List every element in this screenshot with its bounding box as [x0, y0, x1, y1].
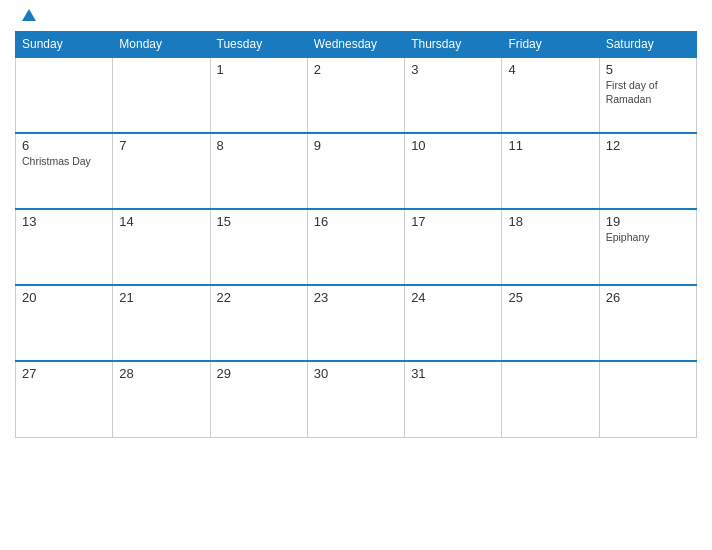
day-cell: 27 — [16, 361, 113, 437]
day-number: 16 — [314, 214, 398, 229]
day-cell: 21 — [113, 285, 210, 361]
day-number: 26 — [606, 290, 690, 305]
logo-general — [20, 10, 36, 23]
calendar-wrapper: SundayMondayTuesdayWednesdayThursdayFrid… — [0, 0, 712, 550]
day-number: 15 — [217, 214, 301, 229]
day-cell: 18 — [502, 209, 599, 285]
day-number: 9 — [314, 138, 398, 153]
day-number: 22 — [217, 290, 301, 305]
day-number: 29 — [217, 366, 301, 381]
day-cell: 19Epiphany — [599, 209, 696, 285]
calendar-thead: SundayMondayTuesdayWednesdayThursdayFrid… — [16, 32, 697, 58]
day-number: 25 — [508, 290, 592, 305]
day-number: 21 — [119, 290, 203, 305]
day-cell: 15 — [210, 209, 307, 285]
weekday-header-monday: Monday — [113, 32, 210, 58]
day-number: 27 — [22, 366, 106, 381]
day-cell: 17 — [405, 209, 502, 285]
day-cell: 8 — [210, 133, 307, 209]
day-cell — [113, 57, 210, 133]
weekday-header-tuesday: Tuesday — [210, 32, 307, 58]
day-cell — [502, 361, 599, 437]
week-row-2: 13141516171819Epiphany — [16, 209, 697, 285]
day-number: 14 — [119, 214, 203, 229]
day-event: Christmas Day — [22, 155, 106, 169]
day-cell: 12 — [599, 133, 696, 209]
day-number: 5 — [606, 62, 690, 77]
day-cell: 4 — [502, 57, 599, 133]
day-number: 13 — [22, 214, 106, 229]
day-number: 28 — [119, 366, 203, 381]
day-number: 1 — [217, 62, 301, 77]
day-number: 7 — [119, 138, 203, 153]
day-cell: 11 — [502, 133, 599, 209]
day-number: 31 — [411, 366, 495, 381]
day-cell: 16 — [307, 209, 404, 285]
weekday-header-friday: Friday — [502, 32, 599, 58]
weekday-header-saturday: Saturday — [599, 32, 696, 58]
day-event: First day of Ramadan — [606, 79, 690, 106]
day-number: 23 — [314, 290, 398, 305]
calendar-table: SundayMondayTuesdayWednesdayThursdayFrid… — [15, 31, 697, 438]
day-cell: 14 — [113, 209, 210, 285]
day-cell: 5First day of Ramadan — [599, 57, 696, 133]
week-row-1: 6Christmas Day789101112 — [16, 133, 697, 209]
day-cell: 24 — [405, 285, 502, 361]
weekday-header-row: SundayMondayTuesdayWednesdayThursdayFrid… — [16, 32, 697, 58]
day-number: 10 — [411, 138, 495, 153]
day-number: 6 — [22, 138, 106, 153]
day-cell: 13 — [16, 209, 113, 285]
day-number: 20 — [22, 290, 106, 305]
day-cell: 2 — [307, 57, 404, 133]
day-number: 19 — [606, 214, 690, 229]
day-cell: 1 — [210, 57, 307, 133]
day-cell: 28 — [113, 361, 210, 437]
day-cell: 26 — [599, 285, 696, 361]
day-number: 24 — [411, 290, 495, 305]
day-number: 12 — [606, 138, 690, 153]
day-cell: 6Christmas Day — [16, 133, 113, 209]
logo-triangle-icon — [22, 9, 36, 21]
day-cell: 23 — [307, 285, 404, 361]
day-event: Epiphany — [606, 231, 690, 245]
day-number: 30 — [314, 366, 398, 381]
day-cell: 22 — [210, 285, 307, 361]
calendar-tbody: 12345First day of Ramadan6Christmas Day7… — [16, 57, 697, 437]
day-number: 3 — [411, 62, 495, 77]
weekday-header-wednesday: Wednesday — [307, 32, 404, 58]
day-cell: 30 — [307, 361, 404, 437]
day-cell: 9 — [307, 133, 404, 209]
day-cell — [599, 361, 696, 437]
day-number: 11 — [508, 138, 592, 153]
day-cell: 31 — [405, 361, 502, 437]
day-cell: 25 — [502, 285, 599, 361]
week-row-3: 20212223242526 — [16, 285, 697, 361]
day-number: 2 — [314, 62, 398, 77]
day-cell: 10 — [405, 133, 502, 209]
logo — [20, 10, 36, 23]
week-row-4: 2728293031 — [16, 361, 697, 437]
week-row-0: 12345First day of Ramadan — [16, 57, 697, 133]
day-number: 18 — [508, 214, 592, 229]
day-number: 8 — [217, 138, 301, 153]
day-cell: 7 — [113, 133, 210, 209]
day-cell: 20 — [16, 285, 113, 361]
day-number: 4 — [508, 62, 592, 77]
weekday-header-thursday: Thursday — [405, 32, 502, 58]
day-cell — [16, 57, 113, 133]
day-cell: 3 — [405, 57, 502, 133]
calendar-header — [15, 10, 697, 23]
weekday-header-sunday: Sunday — [16, 32, 113, 58]
day-cell: 29 — [210, 361, 307, 437]
day-number: 17 — [411, 214, 495, 229]
